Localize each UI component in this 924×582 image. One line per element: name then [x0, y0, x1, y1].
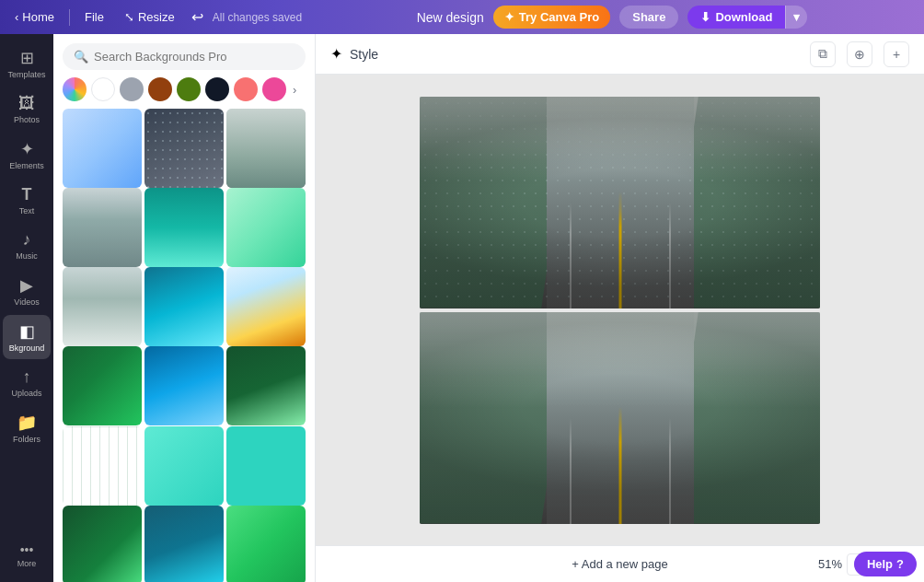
swatch-olive[interactable] [177, 77, 201, 101]
road-image-1 [420, 97, 820, 308]
sidebar-item-bkground[interactable]: ◧ Bkground [3, 315, 51, 359]
bkground-icon: ◧ [19, 321, 35, 342]
design-title: New design [417, 10, 484, 25]
templates-icon: ⊞ [20, 48, 34, 68]
bg-thumbnail[interactable] [226, 188, 306, 267]
canvas-area: ✦ Style ⧉ ⊕ + [316, 34, 924, 582]
bg-thumbnail[interactable] [226, 109, 306, 188]
canvas-page-1[interactable] [420, 97, 820, 308]
bg-thumbnail[interactable] [63, 426, 142, 506]
resize-icon: ⤡ [124, 10, 134, 24]
sidebar-item-music[interactable]: ♪ Music [3, 224, 51, 267]
copy-page-button[interactable]: ⊕ [847, 41, 872, 67]
page-view-button[interactable]: ⧉ [810, 41, 836, 67]
search-input-wrap: 🔍 [63, 43, 306, 70]
bg-thumbnail[interactable] [144, 346, 224, 425]
search-input[interactable] [94, 50, 295, 64]
music-icon: ♪ [23, 230, 31, 250]
videos-icon: ▶ [20, 275, 33, 296]
swatch-pink[interactable] [262, 77, 286, 101]
road-image-2 [420, 312, 820, 524]
bg-thumbnail[interactable] [144, 267, 224, 346]
bg-thumbnail[interactable] [226, 267, 306, 346]
swatch-multicolor[interactable] [63, 77, 87, 101]
bg-thumbnail[interactable] [63, 109, 142, 188]
topbar: ‹ Home File ⤡ Resize ↩ All changes saved… [0, 0, 924, 34]
share-button[interactable]: Share [619, 6, 678, 29]
swatch-gray[interactable] [120, 77, 144, 101]
style-label: Style [350, 47, 378, 62]
color-swatches: › [53, 77, 315, 109]
canvas-scroll[interactable] [316, 75, 924, 545]
download-button[interactable]: ⬇ Download [687, 6, 785, 29]
search-bar: 🔍 [53, 34, 315, 77]
bg-thumbnail[interactable] [63, 506, 142, 582]
add-page-button[interactable]: + Add a new page [557, 553, 682, 575]
resize-button[interactable]: ⤡ Resize [117, 6, 182, 28]
sidebar-item-more[interactable]: ••• More [3, 536, 51, 575]
bg-thumbnail[interactable] [226, 506, 306, 582]
backgrounds-panel: 🔍 › [53, 34, 316, 582]
bg-thumbnail[interactable] [144, 506, 224, 582]
home-button[interactable]: ‹ Home [7, 6, 62, 28]
try-pro-button[interactable]: ✦ Try Canva Pro [493, 6, 610, 29]
sidebar-item-uploads[interactable]: ↑ Uploads [3, 361, 51, 404]
topbar-center: New design ✦ Try Canva Pro Share ⬇ Downl… [307, 6, 917, 29]
question-mark-icon: ? [896, 557, 904, 571]
canvas-page-2[interactable] [420, 312, 820, 524]
style-star-icon: ✦ [330, 45, 342, 63]
bg-thumbnail[interactable] [144, 426, 224, 506]
main-layout: ⊞ Templates 🖼 Photos ✦ Elements T Text ♪… [0, 34, 924, 582]
sidebar-item-elements[interactable]: ✦ Elements [3, 133, 51, 177]
folders-icon: 📁 [17, 413, 37, 433]
file-button[interactable]: File [77, 6, 111, 28]
icon-nav: ⊞ Templates 🖼 Photos ✦ Elements T Text ♪… [0, 34, 53, 582]
text-icon: T [22, 185, 32, 204]
sidebar-item-text[interactable]: T Text [3, 179, 51, 222]
sidebar-item-photos[interactable]: 🖼 Photos [3, 87, 51, 131]
bg-thumbnail[interactable] [63, 346, 142, 425]
swatch-white[interactable] [91, 77, 115, 101]
divider-1 [69, 9, 70, 26]
bg-thumbnail[interactable] [63, 267, 142, 346]
bg-thumbnail[interactable] [226, 426, 306, 506]
bg-thumbnail[interactable] [144, 109, 224, 188]
uploads-icon: ↑ [23, 367, 31, 387]
canvas-pages [420, 97, 820, 524]
pro-star-icon: ✦ [504, 10, 514, 24]
download-chevron-button[interactable]: ▾ [785, 6, 807, 29]
swatch-brown[interactable] [148, 77, 172, 101]
sidebar-item-videos[interactable]: ▶ Videos [3, 269, 51, 313]
swatch-red[interactable] [234, 77, 258, 101]
style-bar: ✦ Style ⧉ ⊕ + [316, 34, 924, 75]
bg-thumbnail[interactable] [144, 188, 224, 267]
bg-thumbnail[interactable] [63, 188, 142, 267]
zoom-level: 51% [818, 557, 842, 571]
bg-thumbnail[interactable] [226, 346, 306, 425]
bottom-bar: + Add a new page 51% ⤢ Help ? [316, 545, 924, 582]
help-button[interactable]: Help ? [854, 552, 917, 576]
add-element-button[interactable]: + [884, 41, 909, 67]
more-swatches-button[interactable]: › [293, 83, 296, 97]
undo-button[interactable]: ↩ [188, 5, 207, 29]
sidebar-item-folders[interactable]: 📁 Folders [3, 406, 51, 450]
undo-icon: ↩ [191, 9, 203, 25]
more-icon: ••• [20, 542, 34, 557]
autosave-status: All changes saved [213, 11, 302, 24]
elements-icon: ✦ [20, 139, 34, 159]
sidebar-item-templates[interactable]: ⊞ Templates [3, 41, 51, 86]
download-icon: ⬇ [700, 10, 710, 24]
chevron-left-icon: ‹ [15, 10, 18, 24]
photos-icon: 🖼 [18, 94, 35, 113]
swatch-black[interactable] [205, 77, 229, 101]
backgrounds-grid [53, 109, 315, 582]
search-icon: 🔍 [74, 50, 88, 64]
